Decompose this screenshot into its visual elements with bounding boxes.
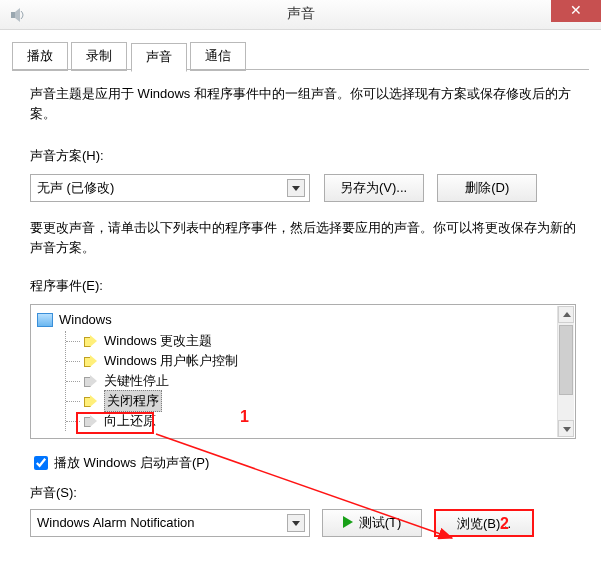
tab-content: 声音主题是应用于 Windows 和程序事件中的一组声音。你可以选择现有方案或保… <box>30 84 576 537</box>
tab-sounds[interactable]: 声音 <box>131 43 187 72</box>
events-paragraph: 要更改声音，请单击以下列表中的程序事件，然后选择要应用的声音。你可以将更改保存为… <box>30 218 576 258</box>
scrollbar[interactable] <box>557 306 574 437</box>
speaker-muted-icon <box>84 375 98 387</box>
test-button[interactable]: 测试(T) <box>322 509 422 537</box>
startup-sound-checkbox[interactable] <box>34 456 48 470</box>
titlebar: 声音 ✕ <box>0 0 601 30</box>
scheme-label: 声音方案(H): <box>30 146 576 166</box>
event-label: 关闭程序 <box>104 390 162 412</box>
speaker-icon <box>84 355 98 367</box>
event-item[interactable]: 向上还原 <box>66 411 575 431</box>
event-item[interactable]: 关键性停止 <box>66 371 575 391</box>
play-icon <box>343 516 353 528</box>
scheme-dropdown-value: 无声 (已修改) <box>37 180 114 195</box>
scheme-row: 无声 (已修改) 另存为(V)... 删除(D) <box>30 174 576 202</box>
tab-playback[interactable]: 播放 <box>12 42 68 71</box>
close-button[interactable]: ✕ <box>551 0 601 22</box>
delete-button[interactable]: 删除(D) <box>437 174 537 202</box>
scroll-down-button[interactable] <box>558 420 574 437</box>
speaker-icon <box>84 395 98 407</box>
browse-button[interactable]: 浏览(B)... <box>434 509 534 537</box>
event-item[interactable]: Windows 用户帐户控制 <box>66 351 575 371</box>
chevron-down-icon <box>287 514 305 532</box>
scroll-up-button[interactable] <box>558 306 574 323</box>
event-item-selected[interactable]: 关闭程序 <box>66 391 575 411</box>
startup-sound-row: 播放 Windows 启动声音(P) <box>30 453 576 473</box>
event-label: Windows 更改主题 <box>104 331 212 351</box>
tree-children: Windows 更改主题 Windows 用户帐户控制 关键性停止 关闭程序 向… <box>65 331 575 431</box>
tree-root-label: Windows <box>59 310 112 330</box>
scheme-dropdown[interactable]: 无声 (已修改) <box>30 174 310 202</box>
tab-strip: 播放 录制 声音 通信 <box>12 42 589 70</box>
intro-paragraph: 声音主题是应用于 Windows 和程序事件中的一组声音。你可以选择现有方案或保… <box>30 84 576 124</box>
tab-underline <box>12 69 589 70</box>
windows-icon <box>37 313 53 327</box>
save-as-button[interactable]: 另存为(V)... <box>324 174 424 202</box>
chevron-down-icon <box>287 179 305 197</box>
event-item[interactable]: Windows 更改主题 <box>66 331 575 351</box>
window-title: 声音 <box>0 5 601 23</box>
sound-label: 声音(S): <box>30 483 576 503</box>
tree-root: Windows Windows 更改主题 Windows 用户帐户控制 关键性停… <box>31 309 575 431</box>
scroll-thumb[interactable] <box>559 325 573 395</box>
sound-dropdown[interactable]: Windows Alarm Notification <box>30 509 310 537</box>
events-label: 程序事件(E): <box>30 276 576 296</box>
events-listbox[interactable]: Windows Windows 更改主题 Windows 用户帐户控制 关键性停… <box>30 304 576 439</box>
sound-row: Windows Alarm Notification 测试(T) 浏览(B)..… <box>30 509 576 537</box>
tab-recording[interactable]: 录制 <box>71 42 127 71</box>
speaker-icon <box>84 335 98 347</box>
sound-dropdown-value: Windows Alarm Notification <box>37 515 195 530</box>
tree-root-row[interactable]: Windows <box>37 309 575 331</box>
tab-communications[interactable]: 通信 <box>190 42 246 71</box>
test-button-label: 测试(T) <box>359 515 402 530</box>
speaker-muted-icon <box>84 415 98 427</box>
event-label: 向上还原 <box>104 411 156 431</box>
event-label: Windows 用户帐户控制 <box>104 351 238 371</box>
startup-sound-label: 播放 Windows 启动声音(P) <box>54 453 209 473</box>
close-icon: ✕ <box>570 2 582 18</box>
event-label: 关键性停止 <box>104 371 169 391</box>
